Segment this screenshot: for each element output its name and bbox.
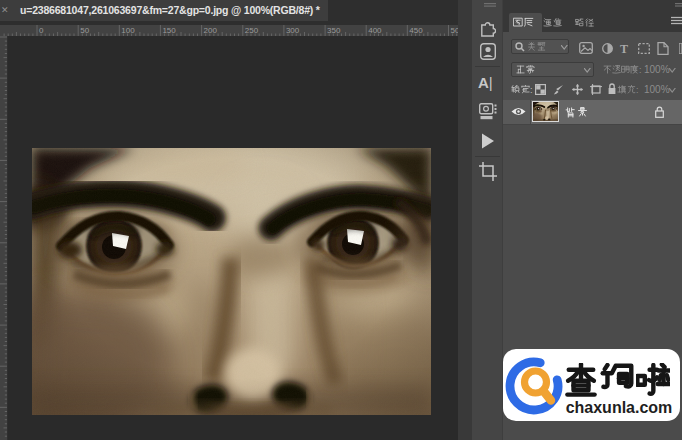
svg-text:0: 0: [39, 26, 44, 35]
svg-text:300: 300: [286, 26, 300, 35]
svg-text:350: 350: [327, 26, 341, 35]
svg-text:400: 400: [368, 26, 382, 35]
svg-text:50: 50: [80, 26, 89, 35]
svg-text:450: 450: [409, 26, 423, 35]
svg-text:150: 150: [162, 26, 176, 35]
svg-text:100: 100: [121, 26, 135, 35]
svg-text:250: 250: [245, 26, 259, 35]
svg-text:200: 200: [204, 26, 218, 35]
